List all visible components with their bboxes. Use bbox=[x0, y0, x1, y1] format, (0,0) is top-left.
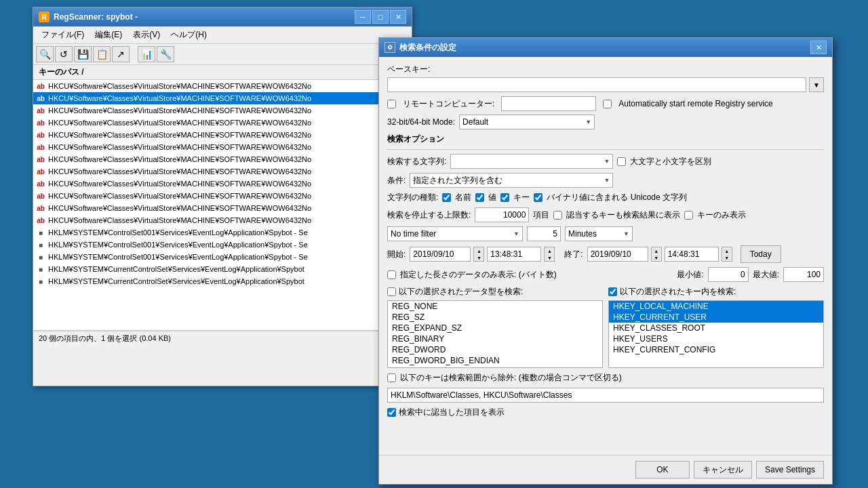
list-item[interactable]: ab HKCU¥Software¥Classes¥VirtualStore¥MA… bbox=[33, 190, 412, 202]
list-box-item[interactable]: REG_BINARY bbox=[388, 333, 602, 344]
list-item[interactable]: ab HKCU¥Software¥Classes¥VirtualStore¥MA… bbox=[33, 165, 412, 178]
condition-combo[interactable]: 指定された文字列を含む ▼ bbox=[410, 173, 613, 188]
start-time-spin[interactable]: ▲ ▼ bbox=[544, 247, 555, 262]
start-time-input[interactable] bbox=[487, 247, 541, 262]
end-time-spin[interactable]: ▲ ▼ bbox=[722, 247, 732, 262]
base-key-input[interactable] bbox=[387, 77, 806, 92]
list-box-item[interactable]: REG_SZ bbox=[388, 312, 602, 323]
title-bar-left: R RegScanner: spybot - bbox=[39, 12, 138, 22]
list-box-item[interactable]: REG_NONE bbox=[388, 301, 602, 312]
binary-unicode-checkbox[interactable] bbox=[534, 193, 542, 202]
list-item[interactable]: ab HKCU¥Software¥Classes¥VirtualStore¥MA… bbox=[33, 117, 412, 129]
restore-button[interactable]: □ bbox=[372, 10, 389, 24]
list-box-item[interactable]: REG_DWORD bbox=[388, 344, 602, 355]
list-item[interactable]: ■ HKLM¥SYSTEM¥CurrentControlSet¥Services… bbox=[33, 263, 412, 275]
list-item[interactable]: ab HKCU¥Software¥Classes¥VirtualStore¥MA… bbox=[33, 129, 412, 141]
list-box-item[interactable]: HKEY_LOCAL_MACHINE bbox=[609, 301, 823, 312]
data-type-checkbox[interactable] bbox=[387, 287, 396, 296]
list-container[interactable]: ab HKCU¥Software¥Classes¥VirtualStore¥MA… bbox=[33, 80, 412, 331]
list-box-item[interactable]: REG_EXPAND_SZ bbox=[388, 323, 602, 333]
list-item[interactable]: ■ HKLM¥SYSTEM¥CurrentControlSet¥Services… bbox=[33, 275, 412, 287]
case-sensitive-checkbox[interactable] bbox=[617, 157, 626, 166]
remote-computer-checkbox[interactable] bbox=[387, 100, 396, 108]
show-matching-items-row: 検索中に認当した項目を表示 bbox=[387, 407, 824, 418]
item-icon: ab bbox=[36, 167, 45, 176]
list-item[interactable]: ab HKCU¥Software¥Classes¥VirtualStore¥MA… bbox=[33, 80, 412, 92]
list-box-item[interactable]: HKEY_CURRENT_CONFIG bbox=[609, 344, 823, 355]
bit-mode-combo[interactable]: Default ▼ bbox=[459, 115, 595, 129]
max-value-input[interactable] bbox=[783, 267, 824, 282]
key-filter-checkbox[interactable] bbox=[608, 287, 617, 296]
list-box-item[interactable]: REG_DWORD_BIG_ENDIAN bbox=[388, 355, 602, 366]
name-checkbox[interactable] bbox=[442, 193, 451, 202]
show-matching-items-checkbox[interactable] bbox=[387, 408, 396, 417]
condition-arrow: ▼ bbox=[604, 177, 610, 184]
toolbar-btn-3[interactable]: 💾 bbox=[74, 46, 92, 62]
list-item[interactable]: ab HKCU¥Software¥Classes¥VirtualStore¥MA… bbox=[33, 178, 412, 190]
end-label: 終了: bbox=[564, 249, 583, 260]
today-button[interactable]: Today bbox=[741, 245, 781, 263]
value-label: 値 bbox=[488, 192, 496, 203]
list-item[interactable]: ■ HKLM¥SYSTEM¥ControlSet001¥Services¥Eve… bbox=[33, 239, 412, 251]
key-checkbox[interactable] bbox=[500, 193, 509, 202]
filter-section: 以下の選択されたデータ型を検索: REG_NONE REG_SZ REG_EXP… bbox=[387, 286, 824, 368]
time-filter-combo[interactable]: No time filter ▼ bbox=[387, 226, 523, 241]
specify-length-checkbox[interactable] bbox=[387, 270, 396, 279]
toolbar-btn-4[interactable]: 📋 bbox=[93, 46, 111, 62]
data-type-list[interactable]: REG_NONE REG_SZ REG_EXPAND_SZ REG_BINARY… bbox=[387, 300, 603, 368]
dialog-close-button[interactable]: ✕ bbox=[810, 41, 827, 54]
list-item[interactable]: ab HKCU¥Software¥Classes¥VirtualStore¥MA… bbox=[33, 141, 412, 153]
list-item[interactable]: ab HKCU¥Software¥Classes¥VirtualStore¥MA… bbox=[33, 202, 412, 214]
search-string-input[interactable] bbox=[454, 157, 601, 166]
value-checkbox[interactable] bbox=[475, 193, 484, 202]
ok-button[interactable]: OK bbox=[635, 461, 690, 479]
exclude-keys-checkbox[interactable] bbox=[387, 373, 396, 382]
list-item[interactable]: ab HKCU¥Software¥Classes¥VirtualStore¥MA… bbox=[33, 104, 412, 117]
item-icon: ab bbox=[36, 179, 45, 188]
max-items-input[interactable] bbox=[475, 207, 529, 222]
search-string-label: 検索する文字列: bbox=[387, 156, 446, 167]
list-item[interactable]: ■ HKLM¥SYSTEM¥ControlSet001¥Services¥Eve… bbox=[33, 226, 412, 239]
toolbar-btn-6[interactable]: 📊 bbox=[138, 46, 155, 62]
search-string-combo[interactable]: ▼ bbox=[450, 154, 613, 169]
condition-label: 条件: bbox=[387, 175, 406, 186]
menu-edit[interactable]: 編集(E) bbox=[90, 28, 127, 42]
list-item[interactable]: ■ HKLM¥SYSTEM¥ControlSet001¥Services¥Eve… bbox=[33, 251, 412, 263]
auto-start-checkbox[interactable] bbox=[603, 100, 612, 108]
list-box-item[interactable]: HKEY_CURRENT_USER bbox=[609, 312, 823, 323]
minimize-button[interactable]: ─ bbox=[355, 10, 371, 24]
remote-computer-input[interactable] bbox=[501, 96, 596, 111]
time-filter-arrow: ▼ bbox=[513, 230, 519, 237]
max-items-unit: 項目 bbox=[533, 209, 549, 221]
menu-view[interactable]: 表示(V) bbox=[127, 28, 165, 42]
min-value-input[interactable] bbox=[708, 267, 749, 282]
close-button[interactable]: ✕ bbox=[390, 10, 406, 24]
end-time-input[interactable] bbox=[665, 247, 719, 262]
list-item[interactable]: ab HKCU¥Software¥Classes¥VirtualStore¥MA… bbox=[33, 92, 412, 104]
time-unit-combo[interactable]: Minutes ▼ bbox=[565, 226, 633, 241]
base-key-dropdown[interactable]: ▼ bbox=[809, 77, 824, 92]
toolbar-btn-5[interactable]: ↗ bbox=[112, 46, 130, 62]
time-value-input[interactable] bbox=[527, 226, 561, 241]
show-matching-keys-checkbox[interactable] bbox=[553, 211, 562, 220]
toolbar-btn-2[interactable]: ↺ bbox=[55, 46, 73, 62]
end-date-spin[interactable]: ▲ ▼ bbox=[651, 247, 662, 262]
exclude-keys-input[interactable] bbox=[387, 388, 824, 403]
toolbar-btn-7[interactable]: 🔧 bbox=[157, 46, 174, 62]
start-date-spin[interactable]: ▲ ▼ bbox=[473, 247, 484, 262]
cancel-button[interactable]: キャンセル bbox=[694, 461, 752, 479]
keys-only-checkbox[interactable] bbox=[684, 211, 693, 220]
toolbar-btn-1[interactable]: 🔍 bbox=[36, 46, 54, 62]
start-date-input[interactable] bbox=[410, 247, 471, 262]
save-settings-button[interactable]: Save Settings bbox=[756, 461, 824, 479]
list-box-item[interactable]: HKEY_CLASSES_ROOT bbox=[609, 323, 823, 333]
list-box-item[interactable]: HKEY_USERS bbox=[609, 333, 823, 344]
menu-help[interactable]: ヘルプ(H) bbox=[165, 28, 212, 42]
end-date-input[interactable] bbox=[587, 247, 648, 262]
list-item[interactable]: ab HKCU¥Software¥Classes¥VirtualStore¥MA… bbox=[33, 153, 412, 165]
menu-file[interactable]: ファイル(F) bbox=[36, 28, 90, 42]
list-item[interactable]: ab HKCU¥Software¥Classes¥VirtualStore¥MA… bbox=[33, 214, 412, 226]
exclude-keys-label: 以下のキーは検索範囲から除外: (複数の場合コンマで区切る) bbox=[400, 372, 622, 384]
key-type-list[interactable]: HKEY_LOCAL_MACHINE HKEY_CURRENT_USER HKE… bbox=[608, 300, 824, 368]
base-key-row: ▼ bbox=[387, 77, 824, 92]
